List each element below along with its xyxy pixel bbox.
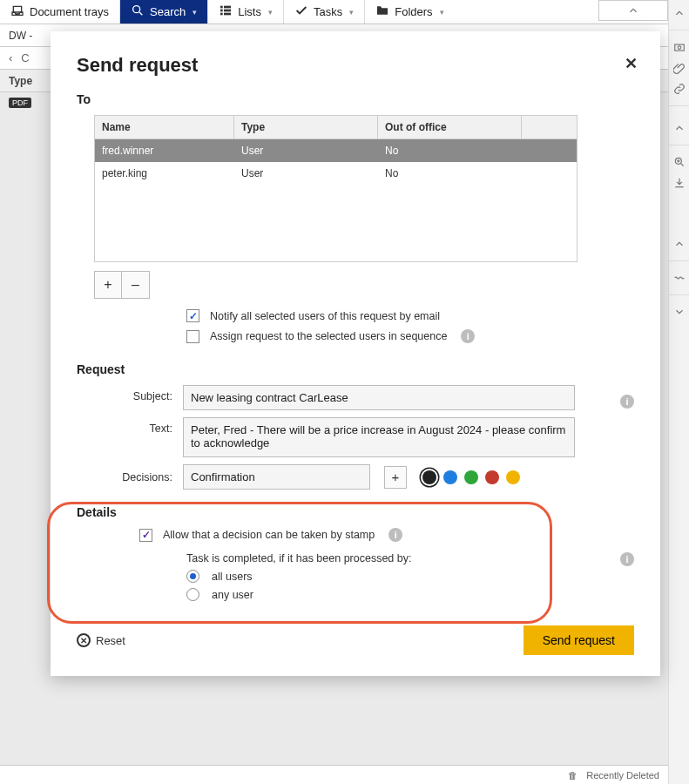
- rail-link-icon[interactable]: [672, 81, 687, 97]
- color-swatch[interactable]: [464, 470, 478, 484]
- tray-icon: [10, 3, 24, 20]
- info-icon[interactable]: i: [388, 528, 402, 542]
- breadcrumb-label: DW -: [9, 30, 32, 42]
- recipients-body[interactable]: fred.winnerUserNopeter.kingUserNo: [95, 139, 577, 261]
- cell-ooo: No: [378, 162, 522, 185]
- radio-all-users[interactable]: [186, 570, 199, 583]
- color-swatch[interactable]: [422, 470, 436, 484]
- radio-any-user[interactable]: [186, 588, 199, 601]
- rail-clip-icon[interactable]: [672, 60, 687, 76]
- color-swatch[interactable]: [443, 470, 457, 484]
- cell-actions: [522, 162, 577, 185]
- toolbar-label: Search: [150, 5, 186, 18]
- right-icon-rail: [668, 0, 689, 784]
- subject-input[interactable]: [183, 385, 575, 410]
- search-icon: [131, 3, 145, 20]
- back-button[interactable]: ‹: [9, 51, 12, 64]
- info-icon[interactable]: i: [620, 395, 634, 409]
- info-icon[interactable]: i: [461, 329, 475, 343]
- info-icon[interactable]: i: [620, 552, 634, 566]
- reset-button[interactable]: ✕ Reset: [77, 633, 125, 647]
- text-input[interactable]: [183, 417, 575, 457]
- cell-actions: [522, 139, 577, 162]
- send-request-modal: ✕ Send request To Name Type Out of offic…: [51, 31, 660, 676]
- toolbar-label: Lists: [238, 5, 261, 18]
- table-row[interactable]: fred.winnerUserNo: [95, 139, 577, 162]
- decision-color-row: [422, 470, 520, 484]
- toolbar-label: Tasks: [314, 5, 342, 18]
- allow-stamp-label: Allow that a decision can be taken by st…: [163, 529, 375, 541]
- close-button[interactable]: ✕: [625, 54, 638, 73]
- reset-label: Reset: [96, 634, 125, 647]
- rail-workflow-icon[interactable]: [672, 270, 687, 286]
- toolbar-tasks[interactable]: Tasks ▾: [284, 0, 364, 24]
- svg-rect-2: [220, 10, 223, 12]
- text-label: Text:: [77, 417, 172, 435]
- radio-any-label: any user: [212, 589, 253, 601]
- toolbar-label: Folders: [395, 5, 432, 18]
- subject-label: Subject:: [77, 385, 172, 402]
- request-section-title: Request: [77, 362, 634, 376]
- svg-rect-1: [220, 6, 223, 9]
- color-swatch[interactable]: [485, 470, 499, 484]
- modal-title: Send request: [77, 54, 634, 77]
- nav-c[interactable]: C: [21, 51, 29, 64]
- list-icon: [219, 3, 233, 20]
- assign-sequence-checkbox[interactable]: [186, 330, 199, 343]
- table-row[interactable]: peter.kingUserNo: [95, 162, 577, 185]
- svg-rect-4: [224, 6, 231, 9]
- details-section-title: Details: [77, 505, 634, 519]
- chevron-down-icon: ▾: [193, 8, 197, 17]
- header-name[interactable]: Name: [95, 116, 234, 139]
- toolbar-folders[interactable]: Folders ▾: [365, 0, 454, 24]
- remove-recipient-button[interactable]: –: [122, 271, 150, 299]
- svg-rect-5: [224, 10, 231, 12]
- toolbar-lists[interactable]: Lists ▾: [208, 0, 283, 24]
- trash-icon[interactable]: 🗑: [568, 770, 578, 781]
- add-decision-button[interactable]: +: [384, 466, 407, 489]
- collapse-panel-toggle[interactable]: [598, 0, 668, 21]
- svg-point-0: [133, 6, 140, 13]
- notify-email-checkbox[interactable]: [186, 309, 199, 322]
- cell-name: peter.king: [95, 162, 234, 185]
- toolbar-document-trays[interactable]: Document trays: [0, 0, 119, 24]
- toolbar-label: Document trays: [30, 5, 109, 18]
- cell-name: fred.winner: [95, 139, 234, 162]
- toolbar-search[interactable]: Search ▾: [120, 0, 207, 24]
- rail-chevron-up-icon[interactable]: [672, 5, 687, 21]
- rail-chevron-up2-icon[interactable]: [672, 120, 687, 136]
- app-footer: 🗑 Recently Deleted: [0, 765, 668, 784]
- chevron-down-icon: ▾: [349, 8, 354, 17]
- recipients-table: Name Type Out of office fred.winnerUserN…: [94, 115, 578, 262]
- rail-chevron-up3-icon[interactable]: [672, 236, 687, 252]
- svg-rect-9: [674, 44, 684, 51]
- header-out-of-office[interactable]: Out of office: [378, 116, 522, 139]
- svg-point-10: [678, 46, 681, 50]
- send-request-button[interactable]: Send request: [524, 625, 634, 655]
- chevron-down-icon: ▾: [440, 8, 444, 17]
- svg-rect-6: [224, 13, 231, 16]
- rail-download-icon[interactable]: [672, 175, 687, 191]
- notify-email-label: Notify all selected users of this reques…: [210, 310, 440, 322]
- reset-icon: ✕: [77, 633, 91, 647]
- footer-deleted-label[interactable]: Recently Deleted: [586, 770, 659, 781]
- decisions-input[interactable]: [183, 464, 370, 490]
- to-section-title: To: [77, 92, 634, 106]
- type-header[interactable]: Type: [9, 75, 32, 87]
- allow-stamp-checkbox[interactable]: [139, 529, 152, 542]
- header-type[interactable]: Type: [234, 116, 378, 139]
- cell-type: User: [234, 139, 378, 162]
- decisions-label: Decisions:: [77, 471, 172, 483]
- color-swatch[interactable]: [506, 470, 520, 484]
- rail-chevron-down-icon[interactable]: [672, 304, 687, 320]
- add-recipient-button[interactable]: +: [94, 271, 122, 299]
- check-icon: [294, 3, 308, 20]
- task-complete-label: Task is completed, if it has been proces…: [186, 552, 606, 564]
- rail-zoom-icon[interactable]: [672, 154, 687, 170]
- folder-icon: [375, 3, 389, 20]
- cell-ooo: No: [378, 139, 522, 162]
- rail-camera-icon[interactable]: [672, 39, 687, 55]
- radio-all-label: all users: [212, 571, 253, 583]
- svg-rect-3: [220, 13, 223, 16]
- assign-sequence-label: Assign request to the selected users in …: [210, 330, 447, 342]
